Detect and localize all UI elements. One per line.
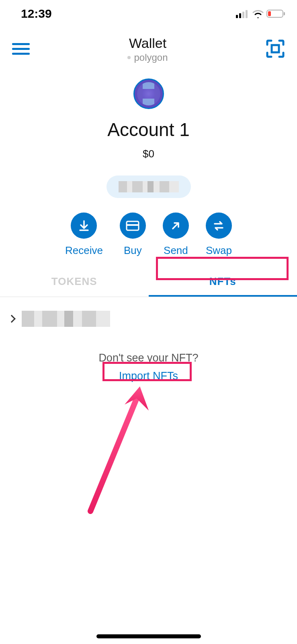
svg-rect-12: [127, 224, 139, 226]
wifi-icon: [252, 9, 264, 18]
svg-rect-1: [239, 13, 241, 18]
send-label: Send: [164, 244, 188, 257]
svg-rect-3: [246, 10, 248, 18]
svg-rect-5: [268, 11, 271, 16]
send-button[interactable]: Send: [163, 213, 189, 257]
card-icon: [126, 221, 139, 231]
battery-icon: [266, 9, 286, 18]
annotation-arrow: [84, 382, 153, 515]
nav-subtitle: polygon: [30, 52, 266, 63]
avatar[interactable]: [133, 78, 164, 109]
svg-rect-6: [284, 12, 285, 15]
swap-label: Swap: [206, 244, 232, 257]
buy-button[interactable]: Buy: [120, 213, 146, 257]
home-indicator[interactable]: [96, 634, 201, 638]
buy-label: Buy: [124, 244, 142, 257]
menu-button[interactable]: [12, 42, 30, 57]
svg-rect-8: [12, 48, 30, 50]
network-name: polygon: [134, 52, 168, 63]
tab-tokens[interactable]: TOKENS: [0, 268, 149, 297]
actions-row: Receive Buy Send: [65, 213, 232, 257]
scan-icon: [266, 39, 285, 58]
nft-collection-row[interactable]: [0, 297, 297, 341]
import-prompt: Don't see your NFT?: [98, 352, 198, 364]
import-section: Don't see your NFT? Import NFTs: [0, 352, 297, 385]
hamburger-icon: [12, 42, 30, 55]
cellular-signal-icon: [236, 9, 250, 18]
redacted-address: [119, 181, 179, 192]
receive-label: Receive: [65, 244, 103, 257]
balance: $0: [143, 148, 154, 160]
account-name: Account 1: [107, 119, 190, 140]
swap-button[interactable]: Swap: [206, 213, 232, 257]
tabs: TOKENS NFTs: [0, 268, 297, 297]
svg-rect-9: [12, 53, 30, 55]
nav-center: Wallet polygon: [30, 35, 266, 63]
status-bar: 12:39: [0, 0, 297, 24]
receive-button[interactable]: Receive: [65, 213, 103, 257]
address-pill[interactable]: [107, 175, 191, 198]
svg-rect-7: [12, 43, 30, 45]
scan-button[interactable]: [266, 39, 285, 60]
svg-rect-10: [272, 45, 279, 52]
swap-icon: [212, 220, 225, 232]
network-dot: [127, 56, 131, 59]
redacted-collection-name: [22, 311, 110, 327]
import-nfts-link[interactable]: Import NFTs: [110, 367, 187, 385]
nav-title: Wallet: [30, 35, 266, 51]
svg-rect-0: [236, 15, 238, 18]
nav-bar: Wallet polygon: [0, 24, 297, 73]
arrow-up-right-icon: [170, 220, 182, 232]
svg-rect-2: [242, 12, 244, 18]
status-time: 12:39: [21, 7, 52, 21]
status-icons: [236, 9, 286, 18]
chevron-right-icon: [8, 315, 16, 323]
download-icon: [78, 219, 90, 232]
tab-nfts[interactable]: NFTs: [149, 268, 297, 297]
account-section: Account 1 $0 Receive Buy: [0, 73, 297, 257]
